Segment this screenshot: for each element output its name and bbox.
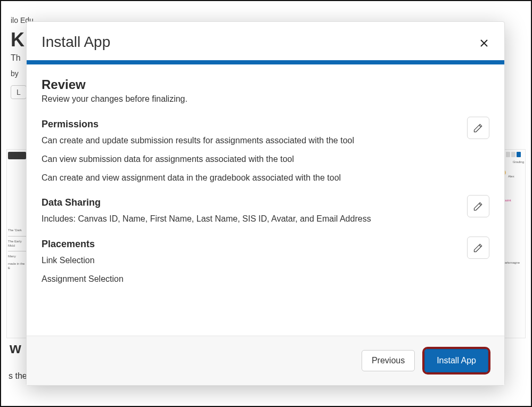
- pencil-icon: [473, 123, 484, 133]
- permission-item: Can create and update submission results…: [42, 135, 489, 146]
- placements-section: Placements Link Selection Assignment Sel…: [42, 239, 489, 285]
- permission-item: Can view submission data for assignments…: [42, 154, 489, 165]
- data-sharing-section: Data Sharing Includes: Canvas ID, Name, …: [42, 197, 489, 225]
- placement-item: Link Selection: [42, 255, 489, 266]
- permissions-section: Permissions Can create and update submis…: [42, 119, 489, 183]
- permissions-heading: Permissions: [42, 119, 489, 130]
- edit-placements-button[interactable]: [467, 237, 489, 259]
- previous-button[interactable]: Previous: [362, 350, 415, 371]
- close-button[interactable]: [477, 36, 492, 51]
- pencil-icon: [473, 201, 484, 211]
- modal-accent-bar: [27, 60, 504, 64]
- close-icon: [480, 39, 488, 47]
- edit-permissions-button[interactable]: [467, 117, 489, 139]
- modal-body: Review Review your changes before finali…: [27, 64, 504, 336]
- review-heading: Review: [42, 77, 489, 92]
- placement-item: Assignment Selection: [42, 274, 489, 285]
- install-app-button[interactable]: Install App: [424, 349, 488, 372]
- install-app-modal: Install App Review Review your changes b…: [26, 21, 505, 386]
- modal-footer: Previous Install App: [27, 336, 504, 385]
- modal-title: Install App: [42, 34, 489, 51]
- pencil-icon: [473, 242, 484, 253]
- placements-heading: Placements: [42, 239, 489, 250]
- review-subheading: Review your changes before finalizing.: [42, 94, 489, 104]
- data-sharing-text: Includes: Canvas ID, Name, First Name, L…: [42, 214, 489, 225]
- edit-data-sharing-button[interactable]: [467, 195, 489, 217]
- data-sharing-heading: Data Sharing: [42, 197, 489, 208]
- install-button-highlight: Install App: [422, 347, 490, 375]
- permission-item: Can create and view assignment data in t…: [42, 173, 489, 184]
- modal-header: Install App: [27, 22, 504, 60]
